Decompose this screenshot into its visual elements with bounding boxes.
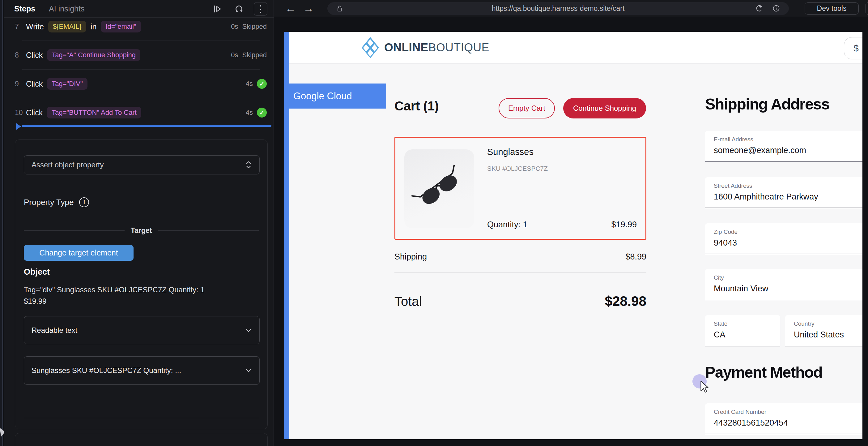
step-number: 7 xyxy=(15,23,26,31)
step-description: Write ${EMAIL} in Id="email" xyxy=(26,21,141,32)
tab-ai-insights[interactable]: AI insights xyxy=(49,4,84,13)
cart-title: Cart (1) xyxy=(395,99,439,114)
step-duration: 0s xyxy=(231,51,238,59)
field-label: Country xyxy=(794,321,862,327)
property-type-label: Property Type xyxy=(24,198,73,207)
step-passed-icon: ✓ xyxy=(257,108,267,118)
url-text: https://qa.boutique.harness-demo.site/ca… xyxy=(328,2,789,15)
step-editor-card: Assert object property Property Type i T… xyxy=(15,140,268,429)
forward-icon[interactable]: → xyxy=(303,0,314,17)
currency-selector[interactable]: $ xyxy=(844,37,862,59)
reload-icon[interactable] xyxy=(755,4,764,14)
browser-toolbar: ← → https://qa.boutique.harness-demo.sit… xyxy=(274,0,868,17)
payment-method-title: Payment Method xyxy=(705,363,822,381)
step-action: Click xyxy=(26,80,43,88)
back-icon[interactable]: ← xyxy=(285,0,296,17)
step-status: 4s ✓ xyxy=(246,108,267,118)
street-address-field[interactable]: Street Address 1600 Amphitheatre Parkway xyxy=(705,177,862,208)
left-gutter xyxy=(0,0,3,446)
step-number: 8 xyxy=(15,51,26,59)
field-label: Zip Code xyxy=(714,229,862,235)
item-sku: SKU #OLJCESPC7Z xyxy=(487,165,548,172)
field-value: United States xyxy=(794,330,862,339)
step-row-10[interactable]: 10 Click Tag="BUTTON" Add To Cart 4s ✓ xyxy=(15,98,267,127)
field-label: Credit Card Number xyxy=(714,409,862,415)
next-section-edge[interactable] xyxy=(15,433,268,446)
country-field[interactable]: Country United States xyxy=(785,315,862,347)
address-bar[interactable]: https://qa.boutique.harness-demo.site/ca… xyxy=(328,2,789,15)
tab-steps[interactable]: Steps xyxy=(14,4,35,13)
zip-code-field[interactable]: Zip Code 94043 xyxy=(705,223,862,254)
assert-action-select[interactable]: Assert object property xyxy=(24,155,260,174)
step-status: 0s Skipped xyxy=(231,23,267,31)
field-value: CA xyxy=(714,330,780,339)
info-icon[interactable]: i xyxy=(79,197,89,207)
google-cloud-ribbon: Google Cloud xyxy=(284,84,386,109)
step-number: 9 xyxy=(15,80,26,88)
target-label: Target xyxy=(131,227,152,235)
field-label: City xyxy=(714,274,862,281)
step-action: Write xyxy=(26,22,44,31)
total-label: Total xyxy=(395,294,422,309)
step-duration: 4s xyxy=(246,80,253,88)
target-divider: Target xyxy=(24,227,259,235)
totals-divider xyxy=(395,272,646,273)
step-variable-badge[interactable]: ${EMAIL} xyxy=(48,21,86,32)
shipping-address-title: Shipping Address xyxy=(705,95,829,113)
assert-action-value: Assert object property xyxy=(32,160,245,169)
total-row: Total $28.98 xyxy=(395,294,646,309)
email-field[interactable]: E-mail Address someone@example.com xyxy=(705,131,862,162)
step-selector-badge[interactable]: Id="email" xyxy=(101,21,141,32)
step-action: Click xyxy=(26,108,43,117)
object-description: Tag="div" Sunglasses SKU #OLJCESPC7Z Qua… xyxy=(24,284,209,307)
readable-text-select[interactable]: Readable text xyxy=(24,316,260,344)
step-conjunction: in xyxy=(91,22,96,31)
city-field[interactable]: City Mountain View xyxy=(705,269,862,300)
shipping-value: $8.99 xyxy=(625,252,646,262)
step-selector-badge[interactable]: Tag="A" Continue Shopping xyxy=(47,49,140,61)
step-row-9[interactable]: 9 Click Tag="DIV" 4s ✓ xyxy=(15,69,267,98)
logo-wordmark: ONLINEBOUTIQUE xyxy=(384,41,489,54)
item-price: $19.99 xyxy=(611,220,637,230)
browser-pane: ← → https://qa.boutique.harness-demo.sit… xyxy=(274,0,868,446)
field-value: Mountain View xyxy=(714,284,862,294)
online-boutique-page: ONLINEBOUTIQUE $ Google Cloud Cart (1) E… xyxy=(284,32,862,439)
empty-cart-button[interactable]: Empty Cart xyxy=(499,98,555,118)
object-text-value: Sunglasses SKU #OLJCESPC7Z Quantity: ... xyxy=(32,366,245,375)
object-text-select[interactable]: Sunglasses SKU #OLJCESPC7Z Quantity: ... xyxy=(24,356,260,385)
step-selector-badge[interactable]: Tag="DIV" xyxy=(47,78,88,90)
credit-card-field[interactable]: Credit Card Number 4432801561520454 xyxy=(705,403,862,434)
field-label: E-mail Address xyxy=(714,136,862,143)
playhead-icon[interactable] xyxy=(16,123,21,130)
online-boutique-logo[interactable]: ONLINEBOUTIQUE xyxy=(361,36,489,59)
step-row-8[interactable]: 8 Click Tag="A" Continue Shopping 0s Ski… xyxy=(15,41,267,69)
run-progress-bar[interactable] xyxy=(22,125,271,127)
step-description: Click Tag="BUTTON" Add To Cart xyxy=(26,107,141,118)
dev-tools-button[interactable]: Dev tools xyxy=(805,2,859,14)
shipping-label: Shipping xyxy=(395,252,427,262)
change-target-button[interactable]: Change target element xyxy=(24,245,133,261)
site-header: ONLINEBOUTIQUE $ xyxy=(289,32,862,64)
field-value: 4432801561520454 xyxy=(714,418,862,428)
step-number: 10 xyxy=(15,109,26,117)
cart-item-highlighted[interactable]: Sunglasses SKU #OLJCESPC7Z Quantity: 1 $… xyxy=(395,137,646,240)
step-row-7[interactable]: 7 Write ${EMAIL} in Id="email" 0s Skippe… xyxy=(15,12,267,41)
step-passed-icon: ✓ xyxy=(257,79,267,89)
item-quantity: Quantity: 1 xyxy=(487,220,528,230)
property-type-row: Property Type i xyxy=(24,197,89,207)
browser-viewport: ONLINEBOUTIQUE $ Google Cloud Cart (1) E… xyxy=(274,17,868,446)
field-value: 1600 Amphitheatre Parkway xyxy=(714,192,862,202)
field-value: someone@example.com xyxy=(714,146,862,155)
field-label: Street Address xyxy=(714,182,862,189)
item-name: Sunglasses xyxy=(487,147,533,157)
product-image xyxy=(404,149,474,228)
logo-diamond-icon xyxy=(361,36,380,59)
page-info-icon[interactable] xyxy=(772,4,781,14)
step-duration: 0s xyxy=(231,23,238,31)
continue-shopping-button[interactable]: Continue Shopping xyxy=(563,98,646,118)
state-field[interactable]: State CA xyxy=(705,315,780,347)
step-selector-badge[interactable]: Tag="BUTTON" Add To Cart xyxy=(47,107,141,118)
app-window: Steps AI insights ⋮ xyxy=(0,0,868,446)
sunglasses-photo xyxy=(411,158,467,220)
step-duration: 4s xyxy=(246,109,253,117)
